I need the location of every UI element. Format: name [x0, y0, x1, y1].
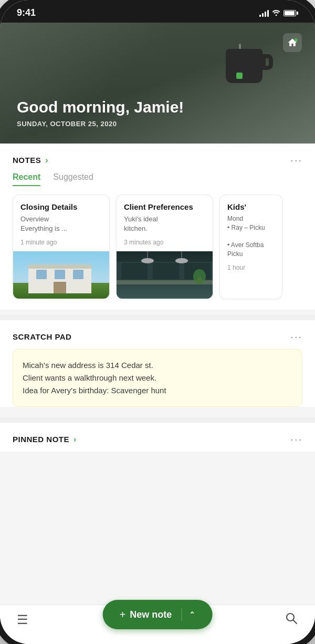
scratch-pad-more-button[interactable]: ··· [290, 331, 302, 343]
notes-title-row: NOTES › [13, 156, 48, 165]
svg-line-23 [293, 620, 297, 624]
scratch-pad-section: SCRATCH PAD ··· Micah's new address is 3… [0, 320, 315, 407]
note-title-3: Kids' [227, 202, 275, 212]
svg-rect-5 [28, 264, 91, 269]
hero-section: ✓ Good morning, Jamie! SUNDAY, OCTOBER 2… [0, 23, 315, 144]
notes-section-header: NOTES › ··· [0, 144, 315, 172]
scratch-pad-text: Micah's new address is 314 Cedar st.Clie… [23, 361, 166, 395]
signal-bar-3 [265, 12, 266, 17]
pinned-note-more-button[interactable]: ··· [290, 433, 302, 445]
notes-title: NOTES [13, 156, 41, 165]
note-image-house [13, 251, 109, 299]
signal-bar-2 [262, 13, 264, 17]
note-card-content-3: Kids' Mond • Ray – Picku • Aver Softba P… [220, 195, 282, 277]
new-note-btn-divider [181, 608, 182, 621]
signal-bar-1 [259, 15, 261, 17]
note-preview-3: Mond • Ray – Picku • Aver Softba Picku [227, 214, 275, 259]
phone-frame: 9:41 [0, 0, 315, 644]
chevron-up-icon: ⌃ [189, 610, 195, 619]
note-time-3: 1 hour [227, 264, 275, 271]
notes-section: NOTES › ··· Recent Suggested Closing Det… [0, 144, 315, 310]
divider-1 [0, 315, 315, 320]
note-preview-1: Overview Everything is ... [20, 214, 102, 233]
notes-cards-scroll: Closing Details Overview Everything is .… [0, 195, 315, 310]
pinned-title-row: PINNED NOTE › [13, 435, 76, 444]
svg-point-17 [141, 258, 154, 263]
notes-tabs: Recent Suggested [0, 172, 315, 186]
bottom-nav: ☰ + New note ⌃ [0, 605, 315, 644]
signal-bars-icon [259, 9, 269, 17]
hero-greeting: Good morning, Jamie! [17, 98, 184, 117]
main-content: NOTES › ··· Recent Suggested Closing Det… [0, 144, 315, 605]
scratch-pad-content[interactable]: Micah's new address is 314 Cedar st.Clie… [13, 349, 302, 407]
plus-icon: + [120, 609, 126, 621]
note-title-2: Client Preferences [124, 202, 205, 212]
note-title-1: Closing Details [20, 202, 102, 212]
note-preview-2: Yuki's ideal kitchen. [124, 214, 205, 233]
svg-rect-9 [54, 282, 66, 293]
pinned-note-arrow-icon[interactable]: › [74, 435, 76, 444]
new-note-button[interactable]: + New note ⌃ [103, 600, 213, 629]
note-card-client-preferences[interactable]: Client Preferences Yuki's ideal kitchen.… [116, 195, 213, 299]
menu-icon[interactable]: ☰ [17, 612, 28, 627]
pinned-note-section: PINNED NOTE › ··· [0, 423, 315, 452]
note-time-1: 1 minute ago [20, 239, 102, 246]
tab-recent[interactable]: Recent [13, 172, 40, 186]
note-image-kitchen [117, 251, 213, 299]
note-card-kids[interactable]: Kids' Mond • Ray – Picku • Aver Softba P… [219, 195, 282, 299]
hero-mug-illustration [226, 44, 273, 86]
scratch-pad-title: SCRATCH PAD [13, 332, 71, 341]
note-card-content-2: Client Preferences Yuki's ideal kitchen.… [117, 195, 213, 251]
notes-more-button[interactable]: ··· [290, 154, 302, 166]
note-time-2: 3 minutes ago [124, 239, 205, 246]
scratch-pad-header: SCRATCH PAD ··· [0, 320, 315, 349]
svg-rect-13 [153, 263, 179, 279]
bottom-spacer [0, 457, 315, 509]
status-icons [259, 9, 298, 17]
note-card-content-1: Closing Details Overview Everything is .… [13, 195, 109, 251]
svg-rect-7 [55, 270, 65, 279]
status-bar: 9:41 [0, 0, 315, 23]
tab-suggested[interactable]: Suggested [53, 172, 93, 186]
home-icon[interactable]: ✓ [283, 33, 302, 52]
battery-icon [284, 10, 298, 16]
signal-bar-4 [267, 10, 269, 17]
note-card-closing-details[interactable]: Closing Details Overview Everything is .… [13, 195, 110, 299]
svg-point-21 [193, 269, 206, 284]
hero-date: SUNDAY, OCTOBER 25, 2020 [17, 120, 184, 128]
wifi-icon [272, 9, 280, 17]
svg-rect-12 [121, 263, 148, 279]
divider-2 [0, 417, 315, 423]
svg-text:✓: ✓ [295, 39, 297, 42]
notes-arrow-icon[interactable]: › [45, 156, 48, 165]
pinned-note-title: PINNED NOTE [13, 435, 69, 444]
svg-rect-6 [36, 270, 47, 279]
search-icon[interactable] [285, 611, 298, 628]
hero-content: Good morning, Jamie! SUNDAY, OCTOBER 25,… [17, 98, 184, 128]
pinned-note-header: PINNED NOTE › ··· [0, 423, 315, 452]
status-time: 9:41 [17, 7, 36, 18]
svg-rect-8 [73, 270, 83, 279]
svg-point-19 [175, 258, 188, 263]
new-note-label: New note [130, 609, 172, 620]
